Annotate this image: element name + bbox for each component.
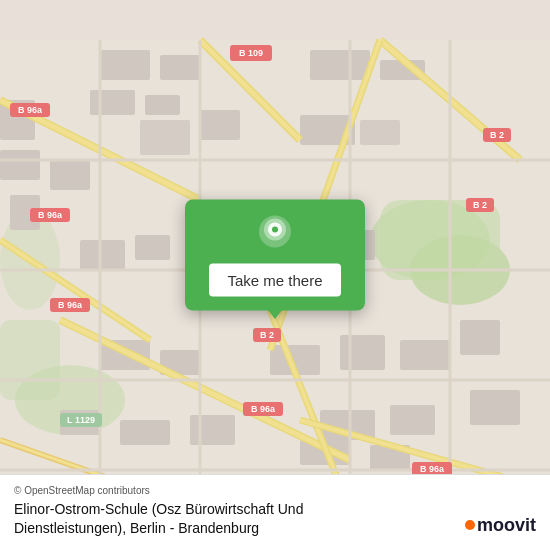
svg-text:B 2: B 2 <box>473 200 487 210</box>
svg-rect-6 <box>0 320 60 400</box>
svg-rect-17 <box>140 120 190 155</box>
svg-rect-18 <box>200 110 240 140</box>
svg-rect-32 <box>190 415 235 445</box>
svg-text:B 96a: B 96a <box>251 404 276 414</box>
svg-rect-29 <box>460 320 500 355</box>
moovit-dot <box>465 520 475 530</box>
svg-rect-8 <box>160 55 200 80</box>
svg-rect-16 <box>50 160 90 190</box>
map-attribution: © OpenStreetMap contributors <box>14 485 536 496</box>
svg-rect-11 <box>90 90 135 115</box>
moovit-brand-text: moovit <box>477 515 536 536</box>
svg-text:L 1129: L 1129 <box>67 415 95 425</box>
svg-text:B 96a: B 96a <box>420 464 445 474</box>
map-pin-icon <box>255 214 295 254</box>
location-name: Elinor-Ostrom-Schule (Osz Bürowirtschaft… <box>14 500 414 538</box>
svg-text:B 2: B 2 <box>490 130 504 140</box>
svg-rect-7 <box>100 50 150 80</box>
svg-text:B 96a: B 96a <box>38 210 63 220</box>
svg-text:B 96a: B 96a <box>18 105 43 115</box>
svg-text:B 109: B 109 <box>239 48 263 58</box>
svg-rect-28 <box>400 340 450 370</box>
svg-rect-22 <box>135 235 170 260</box>
popup-tail <box>261 301 289 319</box>
svg-rect-27 <box>340 335 385 370</box>
svg-rect-21 <box>80 240 125 270</box>
take-me-there-button[interactable]: Take me there <box>209 264 340 297</box>
svg-text:B 96a: B 96a <box>58 300 83 310</box>
svg-rect-20 <box>360 120 400 145</box>
svg-rect-14 <box>0 150 40 180</box>
svg-rect-34 <box>390 405 435 435</box>
svg-rect-9 <box>310 50 370 80</box>
svg-rect-12 <box>145 95 180 115</box>
svg-text:B 2: B 2 <box>260 330 274 340</box>
popup-card: Take me there <box>185 200 365 311</box>
map-container: B 109 B 96a B 2 B 2 B 96a B 96a B 2 B 96… <box>0 0 550 550</box>
info-panel: © OpenStreetMap contributors Elinor-Ostr… <box>0 474 550 550</box>
svg-point-87 <box>272 227 278 233</box>
moovit-logo: moovit <box>465 515 536 536</box>
svg-rect-35 <box>470 390 520 425</box>
svg-rect-31 <box>120 420 170 445</box>
